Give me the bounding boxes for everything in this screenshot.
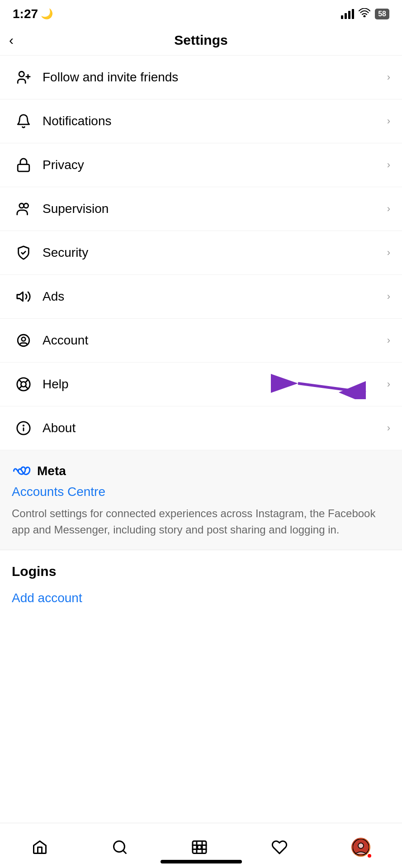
help-label: Help <box>43 377 387 392</box>
chevron-icon: › <box>387 203 390 215</box>
home-icon <box>32 839 48 855</box>
meta-description: Control settings for connected experienc… <box>12 505 390 538</box>
security-label: Security <box>43 245 387 260</box>
about-label: About <box>43 421 387 435</box>
chevron-icon: › <box>387 291 390 302</box>
logins-title: Logins <box>12 564 390 579</box>
settings-item-help[interactable]: Help › <box>0 363 402 406</box>
home-indicator <box>161 860 242 863</box>
meta-text: Meta <box>37 464 66 478</box>
account-icon <box>12 329 35 352</box>
chevron-icon: › <box>387 422 390 434</box>
svg-point-28 <box>358 843 364 848</box>
notifications-label: Notifications <box>43 114 387 128</box>
supervision-label: Supervision <box>43 202 387 216</box>
logins-section: Logins Add account <box>0 550 402 619</box>
avatar-icon <box>353 839 369 855</box>
settings-item-about[interactable]: About › <box>0 406 402 450</box>
svg-line-13 <box>25 386 28 389</box>
chevron-icon: › <box>387 335 390 346</box>
supervision-icon <box>12 197 35 221</box>
nav-search[interactable] <box>112 839 128 855</box>
privacy-label: Privacy <box>43 158 387 172</box>
search-icon <box>112 839 128 855</box>
info-icon <box>12 416 35 440</box>
svg-point-5 <box>19 203 24 208</box>
heart-icon <box>271 839 288 855</box>
svg-rect-23 <box>193 841 206 853</box>
moon-icon: 🌙 <box>41 8 53 20</box>
settings-item-supervision[interactable]: Supervision › <box>0 187 402 231</box>
settings-item-ads[interactable]: Ads › <box>0 275 402 319</box>
chevron-icon: › <box>387 159 390 171</box>
settings-item-notifications[interactable]: Notifications › <box>0 99 402 143</box>
nav-activity[interactable] <box>271 839 288 855</box>
ads-label: Ads <box>43 289 387 304</box>
follow-label: Follow and invite friends <box>43 70 387 85</box>
meta-logo-row: Meta <box>12 464 390 478</box>
svg-marker-7 <box>17 292 23 301</box>
settings-item-account[interactable]: Account › <box>0 319 402 363</box>
accounts-centre-link[interactable]: Accounts Centre <box>12 485 390 499</box>
meta-logo-icon <box>12 464 33 478</box>
security-icon <box>12 241 35 264</box>
chevron-icon: › <box>387 115 390 127</box>
svg-point-0 <box>364 16 365 17</box>
signal-icon <box>341 9 354 19</box>
bell-icon <box>12 109 35 133</box>
meta-section: Meta Accounts Centre Control settings fo… <box>0 450 402 550</box>
settings-list: Follow and invite friends › Notification… <box>0 56 402 450</box>
back-button[interactable]: ‹ <box>9 33 14 48</box>
status-bar: 1:27 🌙 58 <box>0 0 402 25</box>
nav-home[interactable] <box>32 839 48 855</box>
svg-point-26 <box>198 845 202 849</box>
page-title: Settings <box>174 33 227 48</box>
chevron-icon: › <box>387 247 390 259</box>
svg-point-9 <box>22 337 26 341</box>
settings-item-security[interactable]: Security › <box>0 231 402 275</box>
nav-reels[interactable] <box>191 839 208 855</box>
svg-point-1 <box>19 71 24 76</box>
time-text: 1:27 <box>13 7 38 21</box>
chevron-icon: › <box>387 71 390 83</box>
wifi-icon <box>359 8 370 20</box>
follow-icon <box>12 66 35 89</box>
nav-profile[interactable] <box>351 838 370 857</box>
svg-line-22 <box>123 850 126 853</box>
chevron-icon: › <box>387 378 390 390</box>
settings-item-follow[interactable]: Follow and invite friends › <box>0 56 402 99</box>
help-icon <box>12 373 35 396</box>
notification-dot <box>367 853 372 859</box>
account-label: Account <box>43 333 387 348</box>
ads-icon <box>12 285 35 308</box>
add-account-link[interactable]: Add account <box>12 591 390 605</box>
svg-point-6 <box>24 203 28 208</box>
status-icons: 58 <box>341 8 389 20</box>
status-time: 1:27 🌙 <box>13 7 53 21</box>
reels-icon <box>191 839 208 855</box>
svg-line-15 <box>19 386 22 389</box>
svg-line-14 <box>25 380 28 382</box>
battery-icon: 58 <box>375 9 389 19</box>
header: ‹ Settings <box>0 25 402 56</box>
svg-rect-4 <box>18 165 29 172</box>
svg-line-12 <box>19 380 22 382</box>
settings-item-privacy[interactable]: Privacy › <box>0 143 402 187</box>
lock-icon <box>12 153 35 177</box>
